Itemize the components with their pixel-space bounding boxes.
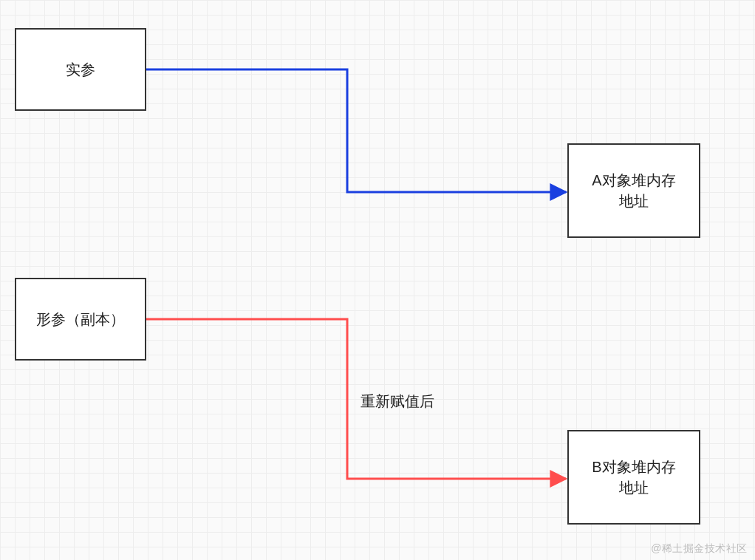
node-heap-a-line2: 地址 [592,191,675,211]
node-heap-a-text: A对象堆内存 地址 [592,170,675,211]
node-heap-b-line1: B对象堆内存 [592,457,675,477]
node-heap-b: B对象堆内存 地址 [567,430,700,525]
node-heap-a-line1: A对象堆内存 [592,170,675,191]
node-formal-argument-label: 形参（副本） [36,309,125,329]
node-actual-argument-label: 实参 [66,59,95,80]
watermark-text: @稀土掘金技术社区 [651,542,748,556]
node-heap-a: A对象堆内存 地址 [567,143,700,238]
node-actual-argument: 实参 [15,28,146,111]
diagram-canvas: 实参 A对象堆内存 地址 形参（副本） B对象堆内存 地址 重新赋值后 @稀土掘… [0,0,755,560]
node-formal-argument: 形参（副本） [15,278,146,361]
connector-formal-to-heap-b [146,319,566,479]
connector-actual-to-heap-a [146,69,566,192]
node-heap-b-line2: 地址 [592,477,675,498]
connector-formal-label: 重新赋值后 [361,392,434,412]
node-heap-b-text: B对象堆内存 地址 [592,457,675,498]
